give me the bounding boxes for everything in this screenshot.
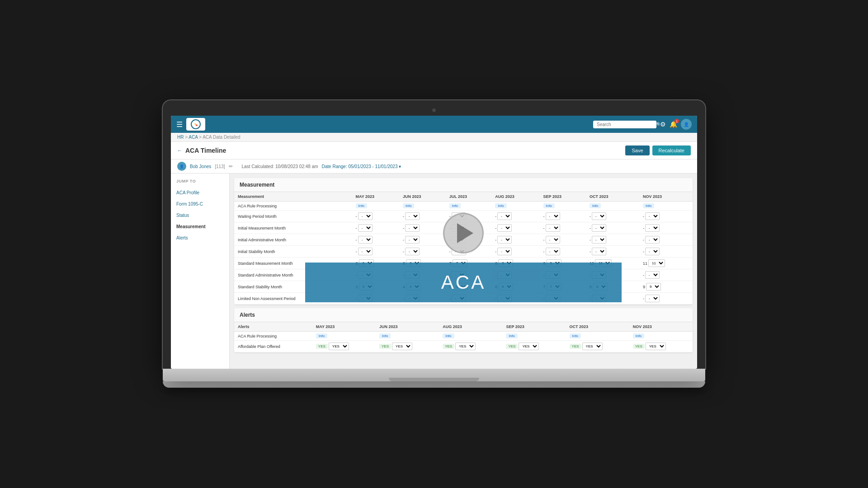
logo-text: 💊 — [194, 123, 198, 126]
sidebar-item-status[interactable]: Status — [171, 210, 229, 221]
breadcrumb-aca[interactable]: ACA — [189, 135, 198, 140]
user-bar: 👤 Bob Jones [113] ✏ Last Calculated: 10/… — [171, 160, 697, 174]
app-logo: 💊 — [186, 118, 205, 131]
aca-banner-text: ACA — [441, 272, 486, 293]
laptop-device: ☰ 💊 🔍 ⚙ 🔔 1 — [163, 100, 705, 388]
notifications-icon[interactable]: 🔔 1 — [670, 121, 677, 128]
user-id: [113] — [215, 164, 225, 169]
screen: ☰ 💊 🔍 ⚙ 🔔 1 — [171, 116, 697, 369]
breadcrumb-hr[interactable]: HR — [177, 135, 184, 140]
settings-icon[interactable]: ⚙ — [660, 121, 666, 128]
breadcrumb: HR > ACA > ACA Data Detailed — [171, 133, 697, 142]
notification-badge: 1 — [675, 119, 679, 123]
user-edit-icon[interactable]: ✏ — [229, 164, 233, 169]
logo-circle: 💊 — [191, 119, 201, 129]
video-overlay: ACA — [230, 174, 697, 369]
laptop-bottom — [163, 381, 705, 388]
search-input[interactable] — [597, 122, 654, 127]
video-play-button[interactable] — [443, 213, 484, 253]
avatar[interactable]: 👤 — [681, 119, 692, 130]
sidebar-item-alerts[interactable]: Alerts — [171, 232, 229, 244]
breadcrumb-current: ACA Data Detailed — [203, 135, 240, 140]
top-nav: ☰ 💊 🔍 ⚙ 🔔 1 — [171, 116, 697, 133]
back-arrow-icon: ← — [177, 148, 182, 153]
laptop-base — [163, 369, 705, 381]
aca-banner: ACA — [305, 263, 622, 302]
search-bar[interactable]: 🔍 — [593, 121, 656, 128]
page-title: ACA Timeline — [185, 147, 226, 154]
date-range-selector[interactable]: Date Range: 05/01/2023 - 11/01/2023 ▾ — [322, 164, 401, 169]
save-button[interactable]: Save — [625, 145, 649, 155]
menu-hamburger-icon[interactable]: ☰ — [176, 120, 183, 129]
play-triangle-icon — [457, 223, 473, 243]
content-area: Measurement Measurement MAY 2023 JUN 202… — [230, 174, 697, 369]
sidebar-item-form-1095-c[interactable]: Form 1095-C — [171, 198, 229, 210]
sidebar-item-aca-profile[interactable]: ACA Profile — [171, 187, 229, 198]
main-content: JUMP TO ACA Profile Form 1095-C Status M… — [171, 174, 697, 369]
user-name[interactable]: Bob Jones — [190, 164, 211, 169]
last-calculated: Last Calculated: 10/08/2023 02:48 am — [242, 164, 318, 169]
sidebar: JUMP TO ACA Profile Form 1095-C Status M… — [171, 174, 230, 369]
screen-bezel: ☰ 💊 🔍 ⚙ 🔔 1 — [163, 100, 705, 369]
page-header: ← ACA Timeline Save Recalculate — [171, 142, 697, 160]
back-link[interactable]: ← ACA Timeline — [177, 147, 226, 154]
webcam-icon — [432, 108, 436, 112]
recalculate-button[interactable]: Recalculate — [652, 145, 691, 155]
breadcrumb-sep2: > — [199, 135, 203, 140]
app-wrapper: ☰ 💊 🔍 ⚙ 🔔 1 — [171, 116, 697, 369]
sidebar-jump-to-label: JUMP TO — [171, 179, 229, 187]
user-avatar: 👤 — [177, 162, 186, 171]
sidebar-item-measurement[interactable]: Measurement — [171, 221, 229, 232]
